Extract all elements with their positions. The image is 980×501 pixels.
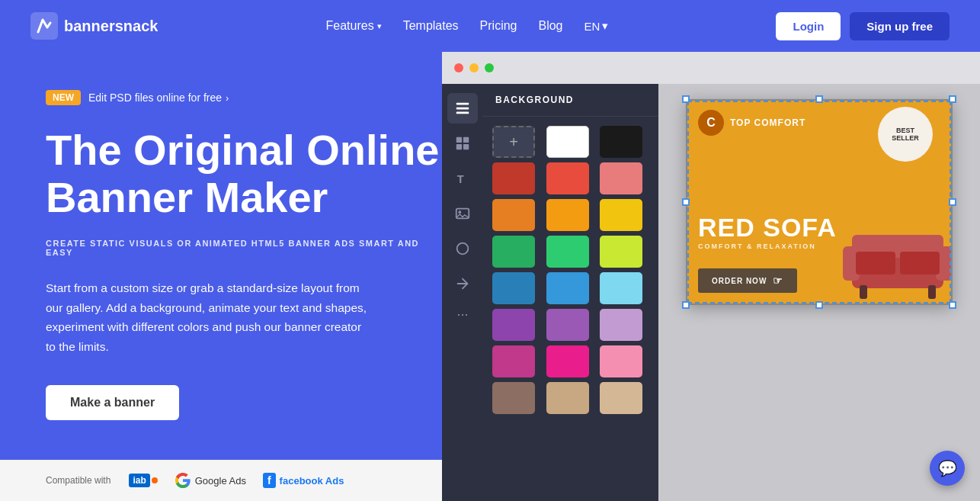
- hero-section: NEW Edit PSD files online for free › The…: [0, 52, 980, 501]
- color-swatch-amber[interactable]: [546, 199, 589, 231]
- brand-circle: C: [698, 110, 724, 136]
- color-grid: +: [483, 117, 658, 423]
- editor-preview: T ··· BACKGROUND +: [442, 52, 980, 501]
- hero-description: Start from a custom size or grab a stand…: [46, 278, 373, 356]
- resize-handle-br[interactable]: [949, 301, 956, 309]
- new-badge-row: NEW Edit PSD files online for free ›: [46, 90, 442, 105]
- best-text: BEST: [896, 127, 914, 134]
- nav-features[interactable]: Features ▾: [326, 19, 382, 33]
- hero-subtitle: CREATE STATIC VISUALS OR ANIMATED HTML5 …: [46, 239, 442, 257]
- resize-handle-mr[interactable]: [949, 198, 956, 206]
- svg-rect-0: [30, 12, 58, 40]
- color-swatch-tan[interactable]: [546, 382, 589, 414]
- color-swatch-light-pink[interactable]: [600, 345, 642, 377]
- color-swatch-blue[interactable]: [492, 272, 535, 304]
- svg-point-11: [457, 243, 469, 255]
- nav-blog[interactable]: Blog: [538, 19, 562, 33]
- compatible-label: Compatible with: [46, 475, 110, 486]
- resize-handle-tr[interactable]: [949, 95, 956, 103]
- sidebar-more-icon[interactable]: ···: [456, 307, 468, 323]
- navbar: bannersnack Features ▾ Templates Pricing…: [0, 0, 980, 52]
- sidebar-layers-icon[interactable]: [447, 93, 478, 124]
- sidebar-layout-icon[interactable]: [447, 128, 478, 159]
- svg-rect-4: [456, 137, 462, 143]
- best-seller-badge: BEST SELLER: [878, 107, 933, 162]
- panel-title: BACKGROUND: [483, 84, 658, 117]
- color-swatch-light-red[interactable]: [600, 162, 642, 194]
- banner-subtitle: COMFORT & RELAXATION: [698, 242, 837, 250]
- chevron-down-icon: ▾: [602, 19, 608, 33]
- language-selector[interactable]: EN ▾: [584, 19, 609, 33]
- sidebar-image-icon[interactable]: [447, 198, 478, 229]
- google-icon: [175, 472, 191, 489]
- make-banner-button[interactable]: Make a banner: [46, 385, 179, 420]
- color-swatch-red[interactable]: [546, 162, 589, 194]
- google-ads-text: Google Ads: [195, 475, 246, 487]
- svg-rect-5: [463, 137, 469, 143]
- sidebar-shapes-icon[interactable]: [447, 233, 478, 264]
- resize-handle-bl[interactable]: [682, 301, 690, 309]
- new-badge-text[interactable]: Edit PSD files online for free ›: [88, 92, 229, 104]
- resize-handle-tm[interactable]: [815, 95, 823, 103]
- color-swatch-pink[interactable]: [546, 345, 589, 377]
- banner-canvas[interactable]: C TOP COMFORT BEST SELLER: [686, 99, 953, 305]
- color-swatch-yellow[interactable]: [600, 199, 642, 231]
- color-swatch-brown[interactable]: [492, 382, 535, 414]
- color-swatch-purple[interactable]: [492, 309, 535, 341]
- sidebar-text-icon[interactable]: T: [447, 163, 478, 194]
- signup-button[interactable]: Sign up free: [850, 12, 950, 40]
- browser-chrome: [442, 52, 980, 84]
- sofa-illustration: [837, 212, 953, 303]
- color-swatch-light-blue[interactable]: [546, 272, 589, 304]
- resize-handle-ml[interactable]: [682, 198, 690, 206]
- facebook-ads-logo: f facebook Ads: [263, 473, 344, 488]
- editor-sidebar: T ···: [442, 84, 483, 501]
- color-swatch-sky[interactable]: [600, 272, 642, 304]
- nav-templates[interactable]: Templates: [403, 19, 459, 33]
- browser-minimize-dot: [469, 63, 479, 72]
- svg-rect-1: [456, 103, 469, 105]
- hero-title: The Original Online Banner Maker: [46, 127, 442, 220]
- background-panel: BACKGROUND +: [483, 84, 658, 501]
- svg-rect-17: [900, 252, 940, 275]
- color-swatch-orange[interactable]: [492, 199, 535, 231]
- chat-button[interactable]: 💬: [930, 451, 965, 486]
- svg-point-10: [459, 210, 462, 214]
- color-swatch-light-green[interactable]: [546, 236, 589, 268]
- compatible-bar: Compatible with iab Google Ads f fac: [0, 460, 442, 501]
- editor-body: T ··· BACKGROUND +: [442, 84, 980, 501]
- color-swatch-green[interactable]: [492, 236, 535, 268]
- svg-rect-7: [463, 144, 469, 149]
- sidebar-export-icon[interactable]: [447, 268, 478, 299]
- iab-logo: iab: [129, 474, 157, 487]
- nav-pricing[interactable]: Pricing: [480, 19, 517, 33]
- banner-top-bar: C TOP COMFORT: [698, 110, 805, 136]
- svg-text:T: T: [457, 173, 464, 185]
- iab-text: iab: [129, 474, 149, 487]
- browser-close-dot: [454, 63, 463, 72]
- color-swatch-lime[interactable]: [600, 236, 642, 268]
- svg-rect-6: [456, 144, 462, 149]
- order-now-button[interactable]: ORDER NOW ☞: [698, 268, 797, 293]
- add-color-button[interactable]: +: [492, 126, 535, 158]
- compatible-logos: iab Google Ads f facebook Ads: [129, 472, 344, 489]
- svg-rect-3: [456, 112, 469, 114]
- logo[interactable]: bannersnack: [30, 12, 158, 40]
- new-badge: NEW: [46, 90, 81, 105]
- color-swatch-magenta[interactable]: [492, 345, 535, 377]
- facebook-ads-text: facebook Ads: [280, 475, 344, 487]
- color-swatch-lavender[interactable]: [600, 309, 642, 341]
- banner-main-text: RED SOFA COMFORT & RELAXATION: [698, 214, 837, 250]
- login-button[interactable]: Login: [776, 12, 841, 40]
- svg-rect-16: [856, 252, 895, 275]
- svg-rect-2: [456, 108, 469, 110]
- color-swatch-medium-purple[interactable]: [546, 309, 589, 341]
- facebook-icon: f: [263, 473, 276, 488]
- color-swatch-black[interactable]: [600, 126, 642, 158]
- color-swatch-white[interactable]: [546, 126, 589, 158]
- resize-handle-tl[interactable]: [682, 95, 690, 103]
- color-swatch-dark-red[interactable]: [492, 162, 535, 194]
- google-ads-logo: Google Ads: [175, 472, 246, 489]
- color-swatch-beige[interactable]: [600, 382, 642, 414]
- resize-handle-bm[interactable]: [815, 301, 823, 309]
